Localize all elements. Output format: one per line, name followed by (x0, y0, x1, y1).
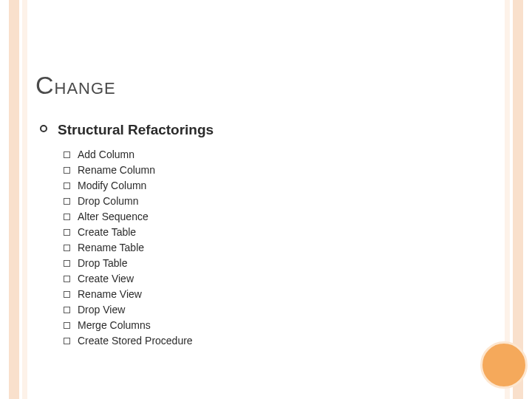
bullet-open-square-icon (64, 276, 70, 282)
slide: CHANGE Structural Refactorings Add Colum… (0, 0, 532, 399)
list-item: Create View (64, 273, 497, 284)
bullet-open-square-icon (64, 214, 70, 220)
list-item-label: Create Table (78, 226, 136, 238)
decor-stripe-inner-right (505, 0, 510, 399)
list-item-label: Add Column (78, 149, 134, 160)
list-item: Rename Column (64, 164, 497, 176)
list-item-label: Merge Columns (78, 319, 151, 331)
list-item: Rename Table (64, 242, 497, 253)
list-item-label: Create Stored Procedure (78, 335, 193, 347)
list-item: Add Column (64, 149, 497, 160)
slide-title: CHANGE (35, 71, 497, 100)
list-item: Drop Column (64, 195, 497, 207)
bullet-open-square-icon (64, 291, 70, 298)
bullet-open-square-icon (64, 260, 70, 267)
list-item-label: Drop Table (78, 257, 127, 269)
bullet-open-square-icon (64, 183, 70, 189)
bullet-open-square-icon (64, 167, 70, 174)
list-item: Create Table (64, 226, 497, 238)
section-heading: Structural Refactorings (58, 122, 214, 138)
bullet-open-square-icon (64, 151, 70, 158)
list-item-label: Drop View (78, 304, 125, 316)
list-item: Merge Columns (64, 319, 497, 331)
content-area: CHANGE Structural Refactorings Add Colum… (35, 71, 497, 350)
decor-stripe-left (9, 0, 19, 399)
list-item: Rename View (64, 288, 497, 300)
list-item-label: Modify Column (78, 180, 146, 191)
title-rest: HANGE (55, 79, 116, 98)
list-item: Create Stored Procedure (64, 335, 497, 347)
decor-stripe-right (513, 0, 523, 399)
list-item-label: Alter Sequence (78, 211, 149, 222)
list-item-label: Create View (78, 273, 134, 284)
list-item: Alter Sequence (64, 211, 497, 222)
bullet-open-square-icon (64, 245, 70, 251)
bullet-open-square-icon (64, 322, 70, 329)
bullet-open-square-icon (64, 229, 70, 236)
section-heading-row: Structural Refactorings (40, 122, 497, 138)
bullet-open-square-icon (64, 198, 70, 205)
list-item: Drop View (64, 304, 497, 316)
title-initial: C (35, 71, 55, 99)
list-item-label: Rename Table (78, 242, 144, 253)
decor-stripe-inner-left (22, 0, 27, 399)
list-item-label: Drop Column (78, 195, 138, 207)
bullet-open-square-icon (64, 307, 70, 313)
bullet-open-square-icon (64, 338, 70, 344)
refactoring-list: Add Column Rename Column Modify Column D… (64, 149, 497, 347)
list-item: Modify Column (64, 180, 497, 191)
list-item-label: Rename View (78, 288, 142, 300)
list-item-label: Rename Column (78, 164, 155, 176)
list-item: Drop Table (64, 257, 497, 269)
bullet-open-circle-icon (40, 125, 47, 132)
